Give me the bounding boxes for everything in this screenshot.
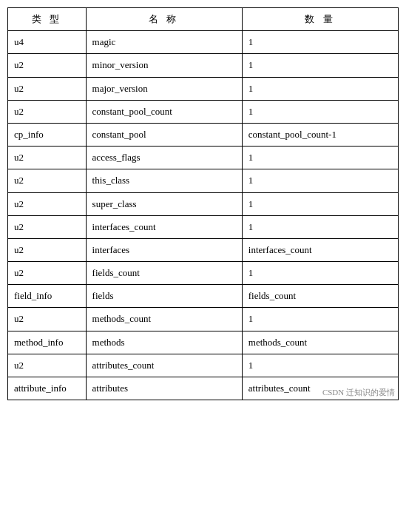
cell-count: interfaces_count xyxy=(242,238,398,261)
cell-count: 1 xyxy=(242,308,398,331)
cell-type: attribute_info xyxy=(8,377,87,400)
cell-name: constant_pool xyxy=(86,123,242,146)
cell-count: 1 xyxy=(242,215,398,238)
table-row: attribute_infoattributesattributes_count… xyxy=(8,377,399,400)
cell-type: field_info xyxy=(8,285,87,308)
cell-count: 1 xyxy=(242,192,398,215)
cell-name: super_class xyxy=(86,192,242,215)
cell-count: 1 xyxy=(242,54,398,77)
table-row: u2major_version1 xyxy=(8,77,399,100)
cell-count: 1 xyxy=(242,262,398,285)
table-row: u2interfaces_count1 xyxy=(8,215,399,238)
cell-type: u4 xyxy=(8,31,87,54)
cell-type: u2 xyxy=(8,100,87,123)
cell-name: methods xyxy=(86,331,242,354)
cell-count: attributes_countCSDN 迁知识的爱情 xyxy=(242,377,398,400)
cell-type: u2 xyxy=(8,54,87,77)
cell-count: methods_count xyxy=(242,331,398,354)
table-row: u2fields_count1 xyxy=(8,262,399,285)
cell-count: 1 xyxy=(242,31,398,54)
cell-count: fields_count xyxy=(242,285,398,308)
cell-type: u2 xyxy=(8,77,87,100)
cell-name: this_class xyxy=(86,169,242,192)
cell-name: interfaces_count xyxy=(86,215,242,238)
table-row: u2this_class1 xyxy=(8,169,399,192)
cell-name: minor_version xyxy=(86,54,242,77)
table-row: u2access_flags1 xyxy=(8,147,399,169)
cell-type: u2 xyxy=(8,308,87,331)
cell-count: 1 xyxy=(242,77,398,100)
table-row: u2interfacesinterfaces_count xyxy=(8,238,399,261)
cell-name: constant_pool_count xyxy=(86,100,242,123)
table-row: u4magic1 xyxy=(8,31,399,54)
cell-count: 1 xyxy=(242,169,398,192)
table-row: u2methods_count1 xyxy=(8,308,399,331)
table-row: cp_infoconstant_poolconstant_pool_count-… xyxy=(8,123,399,146)
table-row: u2constant_pool_count1 xyxy=(8,100,399,123)
table-row: u2super_class1 xyxy=(8,192,399,215)
cell-count: 1 xyxy=(242,147,398,169)
cell-type: u2 xyxy=(8,169,87,192)
cell-type: cp_info xyxy=(8,123,87,146)
cell-name: fields_count xyxy=(86,262,242,285)
cell-name: methods_count xyxy=(86,308,242,331)
cell-type: u2 xyxy=(8,354,87,377)
cell-name: major_version xyxy=(86,77,242,100)
cell-count: constant_pool_count-1 xyxy=(242,123,398,146)
cell-type: u2 xyxy=(8,192,87,215)
cell-type: u2 xyxy=(8,238,87,261)
table-row: field_infofieldsfields_count xyxy=(8,285,399,308)
cell-type: u2 xyxy=(8,215,87,238)
cell-type: u2 xyxy=(8,262,87,285)
cell-count: 1 xyxy=(242,100,398,123)
cell-type: u2 xyxy=(8,147,87,169)
cell-type: method_info xyxy=(8,331,87,354)
table-row: method_infomethodsmethods_count xyxy=(8,331,399,354)
table-row: u2minor_version1 xyxy=(8,54,399,77)
header-name: 名 称 xyxy=(86,8,242,31)
table-row: u2attributes_count1 xyxy=(8,354,399,377)
cell-name: interfaces xyxy=(86,238,242,261)
cell-name: magic xyxy=(86,31,242,54)
header-count: 数 量 xyxy=(242,8,398,31)
watermark: CSDN 迁知识的爱情 xyxy=(322,387,395,398)
cell-name: fields xyxy=(86,285,242,308)
header-type: 类 型 xyxy=(8,8,87,31)
cell-count: 1 xyxy=(242,354,398,377)
cell-name: access_flags xyxy=(86,147,242,169)
cell-name: attributes xyxy=(86,377,242,400)
class-structure-table: 类 型 名 称 数 量 u4magic1u2minor_version1u2ma… xyxy=(7,7,399,400)
cell-name: attributes_count xyxy=(86,354,242,377)
